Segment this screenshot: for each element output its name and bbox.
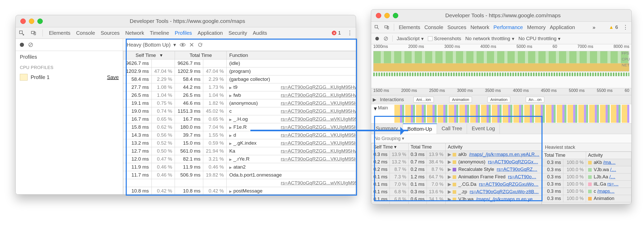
bottom-up-row[interactable]: 0.1 ms7.3 %1.2 ms64.7 %▶ Animation Frame… bbox=[371, 173, 542, 181]
tab-application[interactable]: Application bbox=[550, 24, 575, 30]
interaction-segment[interactable]: An…on bbox=[526, 97, 544, 102]
tab-console[interactable]: Console bbox=[76, 30, 95, 36]
device-toggle-icon[interactable] bbox=[31, 30, 36, 36]
bottom-up-row[interactable]: 0.1 ms7.0 %0.1 ms7.0 %▶ _.CG.Da rs=ACT90… bbox=[371, 181, 542, 188]
inspect-icon[interactable] bbox=[374, 25, 379, 30]
profile-row[interactable]: 11.9 ms0.46 %11.9 ms0.46 %atan2 bbox=[123, 163, 356, 171]
profile-row[interactable]: 19.0 ms0.74 %1151.3 ms45.02 %crs=ACT90oG… bbox=[123, 107, 356, 115]
clear-button[interactable] bbox=[384, 36, 388, 41]
source-link[interactable]: /… bbox=[610, 167, 616, 172]
col-activity[interactable]: Activity bbox=[446, 143, 542, 151]
col-function[interactable]: Function bbox=[226, 51, 356, 59]
tab-sources[interactable]: Sources bbox=[447, 24, 466, 30]
source-link[interactable]: rs=ACT90oGqRZGG...VKUIgM95Hw:593 bbox=[281, 156, 356, 162]
interactions-row[interactable]: ▶Interactions Ani…ionAnimationAnimationA… bbox=[371, 95, 631, 104]
source-link[interactable]: rs=ACT90oGqRZ… bbox=[497, 167, 537, 172]
profile-row[interactable]: 58.4 ms2.29 %58.4 ms2.29 %(garbage colle… bbox=[123, 75, 356, 83]
profile-row[interactable]: 27.7 ms1.08 %44.2 ms1.73 %t9rs=ACT90oGqR… bbox=[123, 83, 356, 91]
overflow-menu-button[interactable]: ⋮ bbox=[347, 30, 353, 36]
view-dropdown[interactable]: Heavy (Bottom Up) ▾ bbox=[127, 42, 176, 48]
col-total-time[interactable]: Total Time bbox=[409, 143, 446, 151]
grouping-dropdown[interactable]: No Grouping ▾ bbox=[371, 134, 631, 143]
profile-row[interactable]: 19.1 ms0.75 %46.6 ms1.82 %(anonymous)rs=… bbox=[123, 99, 356, 107]
cpu-throttle-dropdown[interactable]: No CPU throttling▾ bbox=[519, 36, 561, 42]
subtab-summary[interactable]: Summary bbox=[371, 124, 403, 134]
device-toggle-icon[interactable] bbox=[384, 25, 389, 30]
profile-row[interactable]: 11.7 ms0.46 %506.9 ms19.82 %Oda.b.port1.… bbox=[123, 171, 356, 179]
subtab-event-log[interactable]: Event Log bbox=[467, 124, 500, 134]
source-link[interactable]: rs=ACT90oGqRZGG...wVKUIgM95Hw:88 bbox=[281, 180, 356, 186]
source-link[interactable]: rs=ACT90o… bbox=[508, 174, 536, 179]
fullscreen-window-button[interactable] bbox=[37, 19, 43, 24]
profile-row[interactable]: 13.2 ms0.52 %15.0 ms0.59 %_.gK.indexrs=A… bbox=[123, 139, 356, 147]
source-link[interactable]: rs=ACT90oGqRZGG...KUIgM95Hw:1661 bbox=[281, 92, 356, 98]
heaviest-stack-row[interactable]: 0.3 ms100.0 %iIL.Ga rs=… bbox=[542, 181, 631, 188]
source-link[interactable]: rs=ACT90oGqRZGGxuWo-z8BL… bbox=[467, 204, 538, 204]
interaction-segment[interactable]: Ani…ion bbox=[413, 97, 434, 102]
tab-performance[interactable]: Performance bbox=[494, 24, 523, 30]
bottom-up-row[interactable]: 0.1 ms6.8 %0.1 ms6.8 %▶ _.ji rs=ACT90oGq… bbox=[371, 203, 542, 205]
close-window-button[interactable] bbox=[20, 19, 26, 24]
source-link[interactable]: /… bbox=[609, 174, 615, 179]
interaction-segment[interactable]: Animation bbox=[487, 97, 510, 102]
heaviest-stack-row[interactable]: 0.3 ms100.0 %Animation bbox=[542, 195, 631, 202]
bottom-up-row[interactable]: 0.2 ms13.2 %0.7 ms38.4 %▶ (anonymous) rs… bbox=[371, 158, 542, 166]
col-hs-activity[interactable]: Activity bbox=[586, 152, 631, 159]
delete-icon[interactable] bbox=[189, 42, 194, 47]
source-link[interactable]: rs=ACT90oGqRZGG...KUIgM95Hw:1929 bbox=[281, 108, 356, 114]
profile-row[interactable]: 12.7 ms0.50 %561.0 ms21.94 %Kars=ACT90oG… bbox=[123, 147, 356, 155]
source-link[interactable]: rs=ACT90oGqRZGG...wVKUIgM95Hw:78 bbox=[281, 116, 356, 122]
source-link[interactable]: rs=ACT90oGqRZGG...VKUIgM95Hw:381 bbox=[281, 140, 356, 146]
main-flame[interactable]: ▼ Main bbox=[371, 104, 631, 124]
bottom-up-row[interactable]: 0.1 ms6.8 %0.3 ms13.6 %▶ _.zp rs=ACT90oG… bbox=[371, 188, 542, 196]
bottom-up-row[interactable]: 0.2 ms8.7 %0.2 ms8.7 %▶ Recalculate Styl… bbox=[371, 166, 542, 173]
perf-overview[interactable]: 1000ms2000 ms3000 ms4000 ms5000 ms607000… bbox=[371, 44, 631, 88]
source-link[interactable]: rs=ACT90oGqRZGG...VKUIgM95Hw:838 bbox=[281, 124, 356, 130]
focus-icon[interactable] bbox=[180, 42, 186, 47]
subtab-call-tree[interactable]: Call Tree bbox=[437, 124, 467, 134]
fullscreen-window-button[interactable] bbox=[393, 13, 398, 18]
profile-row[interactable]: 1202.9 ms47.04 %1202.9 ms47.04 %(program… bbox=[123, 67, 356, 75]
profile-row[interactable]: 16.7 ms0.65 %16.7 ms0.65 %_.H.ogrs=ACT90… bbox=[123, 115, 356, 123]
clear-button[interactable] bbox=[28, 42, 33, 47]
tab-elements[interactable]: Elements bbox=[399, 24, 420, 30]
source-link[interactable]: rs=ACT90oGqRZGG...KUIgM95Hw:1799 bbox=[281, 148, 356, 154]
tab-sources[interactable]: Sources bbox=[101, 30, 120, 36]
col-self-time[interactable]: Self Time ▾ bbox=[371, 143, 409, 151]
col-total-time[interactable]: Total Time bbox=[175, 51, 226, 59]
source-link[interactable]: rs=ACT90oGqRZGG...VKUIgM95Hw:389 bbox=[281, 132, 356, 138]
screenshots-checkbox[interactable]: Screenshots bbox=[428, 36, 461, 41]
save-profile-link[interactable]: Save bbox=[107, 74, 119, 80]
heaviest-stack-row[interactable]: 0.3 ms100.0 %aKb /ma… bbox=[542, 159, 631, 166]
heaviest-stack-row[interactable]: 0.3 ms100.0 %VJb.wa /… bbox=[542, 166, 631, 173]
profile-row[interactable]: rs=ACT90oGqRZGG...wVKUIgM95Hw:88 bbox=[123, 179, 356, 187]
tab-security[interactable]: Security bbox=[228, 30, 247, 36]
source-link[interactable]: rs=ACT90oGqRZGGxuWo… bbox=[479, 182, 538, 187]
profile-row[interactable]: 14.3 ms0.56 %39.7 ms1.55 %drs=ACT90oGqRZ… bbox=[123, 131, 356, 139]
profile-row[interactable]: 12.0 ms0.47 %82.1 ms3.21 %_.rYe.Rrs=ACT9… bbox=[123, 155, 356, 163]
preset-dropdown[interactable]: JavaScript▾ bbox=[397, 36, 424, 42]
heaviest-stack-row[interactable]: 0.3 ms100.0 %c /maps… bbox=[542, 188, 631, 195]
bottom-up-row[interactable]: 0.3 ms13.9 %0.3 ms13.9 %▶ aKb /maps/_/js… bbox=[371, 151, 542, 158]
source-link[interactable]: rs=ACT90oGqRZGGx… bbox=[488, 159, 538, 164]
record-button[interactable] bbox=[19, 42, 24, 47]
col-self-time[interactable]: Self Time ▾ bbox=[123, 51, 175, 59]
source-link[interactable]: rs=ACT90oGqRZGGxuWo-z8B… bbox=[470, 189, 539, 194]
profile-row[interactable]: 9626.7 ms9626.7 ms(idle) bbox=[123, 59, 356, 67]
profile-row[interactable]: 10.8 ms0.42 %10.8 ms0.42 %postMessage bbox=[123, 187, 356, 195]
source-link[interactable]: /ma… bbox=[603, 160, 616, 165]
inspect-icon[interactable] bbox=[19, 30, 24, 36]
profile-item[interactable]: Profile 1 Save bbox=[16, 72, 123, 82]
bottom-up-row[interactable]: 0.1 ms6.8 %0.6 ms34.1 %▶ VJb.wa /maps/_/… bbox=[371, 196, 542, 203]
tab-network[interactable]: Network bbox=[125, 30, 144, 36]
minimize-window-button[interactable] bbox=[384, 13, 390, 18]
source-link[interactable]: /maps… bbox=[597, 189, 615, 194]
profile-row[interactable]: 26.5 ms1.04 %26.5 ms1.04 %fwbrs=ACT90oGq… bbox=[123, 91, 356, 99]
heaviest-stack-row[interactable]: 0.3 ms100.0 %LJb.Aa /… bbox=[542, 173, 631, 181]
tabs-overflow-button[interactable]: » bbox=[592, 24, 595, 30]
perf-ruler[interactable]: 1500 ms2000 ms2500 ms3000 ms3500 ms4000 … bbox=[371, 88, 631, 95]
warning-badge-icon[interactable] bbox=[609, 24, 614, 30]
tab-memory[interactable]: Memory bbox=[527, 24, 546, 30]
record-button[interactable] bbox=[375, 36, 379, 41]
overflow-menu-button[interactable]: ⋮ bbox=[623, 24, 628, 31]
